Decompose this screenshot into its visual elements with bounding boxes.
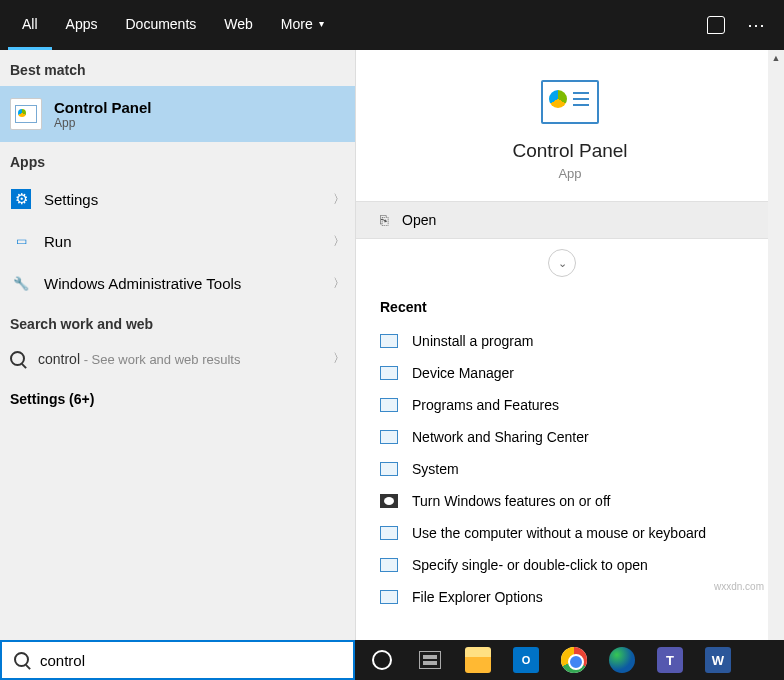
- app-settings[interactable]: Settings 〉: [0, 178, 355, 220]
- features-icon: [380, 494, 398, 508]
- best-match-subtitle: App: [54, 116, 152, 130]
- file-explorer-icon: [465, 647, 491, 673]
- panel-item-icon: [380, 430, 398, 444]
- panel-item-icon: [380, 398, 398, 412]
- tab-web[interactable]: Web: [210, 0, 267, 50]
- results-panel: Best match Control Panel App Apps Settin…: [0, 50, 355, 640]
- search-tabs: All Apps Documents Web More▾: [0, 0, 784, 50]
- outlook-icon: O: [513, 647, 539, 673]
- recent-item[interactable]: Specify single- or double-click to open: [380, 549, 744, 581]
- panel-item-icon: [380, 366, 398, 380]
- best-match-item[interactable]: Control Panel App: [0, 86, 355, 142]
- search-web-label: Search work and web: [0, 304, 355, 340]
- recent-item[interactable]: System: [380, 453, 744, 485]
- teams-button[interactable]: [647, 640, 693, 680]
- panel-item-icon: [380, 558, 398, 572]
- panel-item-icon: [380, 462, 398, 476]
- cortana-button[interactable]: [359, 640, 405, 680]
- tab-documents[interactable]: Documents: [111, 0, 210, 50]
- open-icon: ⎘: [380, 212, 388, 228]
- edge-icon: [609, 647, 635, 673]
- preview-subtitle: App: [558, 166, 581, 181]
- search-box[interactable]: [0, 640, 355, 680]
- panel-item-icon: [380, 526, 398, 540]
- panel-item-icon: [380, 590, 398, 604]
- collapse-button[interactable]: ⌄: [548, 249, 576, 277]
- scroll-up-icon[interactable]: ▲: [768, 50, 784, 66]
- preview-title: Control Panel: [512, 140, 627, 162]
- recent-label: Recent: [380, 291, 744, 325]
- gear-icon: [10, 188, 32, 210]
- watermark: wxxdn.com: [714, 581, 764, 592]
- chrome-icon: [561, 647, 587, 673]
- control-panel-large-icon: [541, 80, 599, 124]
- cortana-icon: [372, 650, 392, 670]
- best-match-title: Control Panel: [54, 99, 152, 116]
- open-action[interactable]: ⎘ Open: [356, 201, 768, 239]
- chevron-right-icon: 〉: [333, 233, 345, 250]
- feedback-icon[interactable]: [696, 5, 736, 45]
- chrome-button[interactable]: [551, 640, 597, 680]
- edge-button[interactable]: [599, 640, 645, 680]
- tab-apps[interactable]: Apps: [52, 0, 112, 50]
- word-icon: [705, 647, 731, 673]
- recent-item[interactable]: Use the computer without a mouse or keyb…: [380, 517, 744, 549]
- chevron-right-icon: 〉: [333, 191, 345, 208]
- teams-icon: [657, 647, 683, 673]
- app-run[interactable]: Run 〉: [0, 220, 355, 262]
- search-icon: [14, 652, 30, 668]
- control-panel-icon: [10, 98, 42, 130]
- recent-item[interactable]: Turn Windows features on or off: [380, 485, 744, 517]
- best-match-label: Best match: [0, 50, 355, 86]
- run-icon: [10, 230, 32, 252]
- task-view-icon: [419, 651, 441, 669]
- file-explorer-button[interactable]: [455, 640, 501, 680]
- outlook-button[interactable]: O: [503, 640, 549, 680]
- settings-more-label[interactable]: Settings (6+): [0, 377, 355, 421]
- tab-more[interactable]: More▾: [267, 0, 338, 50]
- tab-all[interactable]: All: [8, 0, 52, 50]
- scrollbar[interactable]: ▲: [768, 50, 784, 640]
- search-input[interactable]: [40, 652, 341, 669]
- task-view-button[interactable]: [407, 640, 453, 680]
- web-search-item[interactable]: control - See work and web results 〉: [0, 340, 355, 377]
- recent-item[interactable]: Device Manager: [380, 357, 744, 389]
- panel-item-icon: [380, 334, 398, 348]
- word-button[interactable]: [695, 640, 741, 680]
- recent-item[interactable]: File Explorer Options: [380, 581, 744, 613]
- recent-item[interactable]: Uninstall a program: [380, 325, 744, 357]
- apps-section-label: Apps: [0, 142, 355, 178]
- taskbar: O: [355, 640, 784, 680]
- options-icon[interactable]: [736, 5, 776, 45]
- search-icon: [10, 351, 26, 367]
- recent-item[interactable]: Network and Sharing Center: [380, 421, 744, 453]
- app-admin-tools[interactable]: Windows Administrative Tools 〉: [0, 262, 355, 304]
- admin-tools-icon: [10, 272, 32, 294]
- chevron-right-icon: 〉: [333, 275, 345, 292]
- preview-panel: ▲ Control Panel App ⎘ Open ⌄ Recent Unin…: [355, 50, 784, 640]
- chevron-right-icon: 〉: [333, 350, 345, 367]
- recent-item[interactable]: Programs and Features: [380, 389, 744, 421]
